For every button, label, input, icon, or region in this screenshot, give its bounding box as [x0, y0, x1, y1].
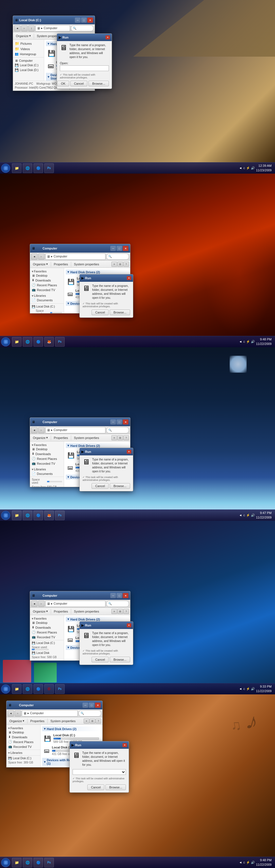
- view-list-5[interactable]: ≡: [84, 718, 89, 723]
- sb-downloads-2[interactable]: ⬇ Downloads: [30, 278, 64, 283]
- sys-props-btn-4[interactable]: System properties: [72, 609, 101, 614]
- props-btn-4[interactable]: Properties: [52, 609, 70, 614]
- sidebar-computer[interactable]: 🖥 Computer: [13, 58, 44, 63]
- forward-btn-1[interactable]: [21, 25, 28, 31]
- close-btn-2[interactable]: ✕: [123, 246, 129, 251]
- sys-props-btn-5[interactable]: System properties: [49, 719, 77, 723]
- sb-doc-2[interactable]: 📄 Documents: [30, 298, 64, 303]
- tb-ff2-3[interactable]: 🦊: [44, 510, 54, 520]
- close-btn-5[interactable]: ✕: [95, 703, 101, 708]
- tb-ff-2[interactable]: 🔵: [33, 337, 43, 347]
- sb-tv-5[interactable]: 📺 Recorded TV: [6, 744, 40, 749]
- close-btn-4[interactable]: ✕: [123, 593, 129, 598]
- sb-doc-3[interactable]: 📄 Documents: [30, 471, 64, 476]
- back-btn-3[interactable]: [31, 427, 37, 433]
- tb-ps-2[interactable]: Ps: [55, 337, 65, 347]
- fwd-btn-5[interactable]: [15, 710, 21, 716]
- cancel-btn-2[interactable]: Cancel: [91, 310, 109, 315]
- help-btn-4[interactable]: ?: [123, 609, 129, 614]
- start-btn-2[interactable]: ⊞: [1, 337, 10, 346]
- min-btn-3[interactable]: ─: [110, 420, 116, 425]
- run-close-3[interactable]: ✕: [127, 450, 131, 454]
- sb-dl-4[interactable]: ⬇ Downloads: [30, 625, 64, 630]
- up-btn-1[interactable]: [28, 25, 35, 31]
- browse-btn-4[interactable]: Browse...: [110, 657, 130, 662]
- close-btn-3[interactable]: ✕: [123, 420, 129, 425]
- run-dropdown-5[interactable]: [73, 769, 126, 775]
- start-btn-5[interactable]: ⊞: [1, 858, 10, 867]
- run-close-4[interactable]: ✕: [127, 623, 131, 627]
- help-btn-5[interactable]: ?: [95, 718, 101, 723]
- tb-ie-5[interactable]: 🌐: [23, 858, 32, 867]
- cancel-btn-5[interactable]: Cancel: [87, 784, 104, 790]
- run-browse-btn-1[interactable]: Browse...: [88, 81, 109, 86]
- min-btn-2[interactable]: ─: [110, 246, 116, 251]
- sb-dl-3[interactable]: ⬇ Downloads: [30, 452, 64, 456]
- minimize-btn-1[interactable]: ─: [75, 18, 81, 23]
- tb-ps-3[interactable]: Ps: [55, 510, 65, 520]
- addr-bar-5[interactable]: 🖥 ▸ Computer: [22, 710, 78, 716]
- search-bar-2[interactable]: 🔍: [106, 253, 129, 260]
- run-ok-btn-1[interactable]: OK: [57, 81, 69, 86]
- sb-tv-2[interactable]: 📺 Recorded TV: [30, 287, 64, 292]
- search-bar-3[interactable]: 🔍: [106, 427, 129, 433]
- sidebar-homegroup[interactable]: 👥 Homegroup: [13, 52, 44, 56]
- organize-btn-4[interactable]: Organize▾: [31, 609, 50, 614]
- search-bar-5[interactable]: 🔍: [79, 710, 101, 716]
- tb-ie-2[interactable]: 🌐: [23, 337, 32, 347]
- sb-drive-d-4[interactable]: 💾 Local Disk: [30, 651, 64, 655]
- properties-btn-2[interactable]: Properties: [52, 262, 70, 267]
- max-btn-4[interactable]: □: [116, 593, 122, 598]
- sb-desktop-5[interactable]: 🖥 Desktop: [6, 730, 40, 735]
- addr-bar-2[interactable]: 🖥 ▸ Computer: [45, 253, 106, 260]
- tb-explorer-1[interactable]: 📁: [12, 163, 22, 173]
- tb-explorer-2[interactable]: 📁: [12, 337, 22, 347]
- back-btn-4[interactable]: [31, 601, 37, 607]
- max-btn-5[interactable]: □: [89, 703, 94, 708]
- run-input-1[interactable]: [60, 65, 109, 71]
- props-btn-3[interactable]: Properties: [52, 436, 70, 440]
- sb-drive-5[interactable]: 💾 Local Disk (C:): [6, 756, 40, 761]
- addr-bar-4[interactable]: 🖥 ▸ Computer: [45, 601, 106, 607]
- view-grid-3[interactable]: ⊞: [117, 435, 123, 440]
- tb-explorer-5[interactable]: 📁: [12, 858, 22, 867]
- start-btn-4[interactable]: ⊞: [1, 684, 10, 693]
- sb-desktop-3[interactable]: 🖥 Desktop: [30, 447, 64, 452]
- tb-ff-5[interactable]: 🔵: [33, 858, 43, 867]
- view-grid-2[interactable]: ⊞: [117, 262, 123, 267]
- organize-btn-5[interactable]: Organize▾: [8, 718, 26, 723]
- max-btn-2[interactable]: □: [116, 246, 122, 251]
- fwd-btn-3[interactable]: [38, 427, 45, 433]
- organize-btn-1[interactable]: Organize ▾: [14, 33, 33, 38]
- run-close-1[interactable]: ✕: [106, 35, 110, 39]
- tb-ps-4[interactable]: Ps: [55, 684, 65, 694]
- sidebar-videos[interactable]: 📁 Videos: [13, 46, 44, 52]
- sb-recent-4[interactable]: 🕐 Recent Places: [30, 630, 64, 634]
- sb-recent-2[interactable]: 🕐 Recent Places: [30, 283, 64, 287]
- max-btn-3[interactable]: □: [116, 420, 122, 425]
- view-list-4[interactable]: ≡: [111, 609, 117, 614]
- maximize-btn-1[interactable]: □: [81, 18, 87, 23]
- sb-desktop-2[interactable]: 🖥 Desktop: [30, 273, 64, 278]
- close-btn-1[interactable]: ✕: [87, 18, 93, 23]
- min-btn-4[interactable]: ─: [110, 593, 116, 598]
- addr-bar-3[interactable]: 🖥 ▸ Computer: [45, 427, 106, 433]
- sidebar-pictures[interactable]: 📁 Pictures: [13, 41, 44, 46]
- search-bar-4[interactable]: 🔍: [106, 601, 129, 607]
- tb-opera-4[interactable]: O: [44, 684, 54, 694]
- address-bar-1[interactable]: 🖥 ▸ Computer: [35, 25, 70, 31]
- sb-drive-c-4[interactable]: 💾 Local Disk (C:): [30, 641, 64, 645]
- start-btn-3[interactable]: ⊞: [1, 511, 10, 520]
- sidebar-disk-d[interactable]: 💾 Local Disk (D:): [13, 68, 44, 72]
- sidebar-disk-c[interactable]: 💾 Local Disk (C:): [13, 63, 44, 68]
- tb-ps-1[interactable]: Ps: [44, 163, 54, 173]
- back-btn-2[interactable]: [31, 253, 37, 260]
- sb-drive-2[interactable]: 💾 Local Disk (C:): [30, 304, 64, 309]
- view-grid-4[interactable]: ⊞: [117, 609, 123, 614]
- run-close-5[interactable]: ✕: [122, 743, 127, 747]
- tb-firefox-1[interactable]: 🔵: [33, 163, 43, 173]
- tb-ie-3[interactable]: 🌐: [23, 510, 32, 520]
- tb-ps-5[interactable]: Ps: [44, 858, 54, 867]
- min-btn-5[interactable]: ─: [82, 703, 88, 708]
- organize-btn-3[interactable]: Organize▾: [31, 435, 50, 440]
